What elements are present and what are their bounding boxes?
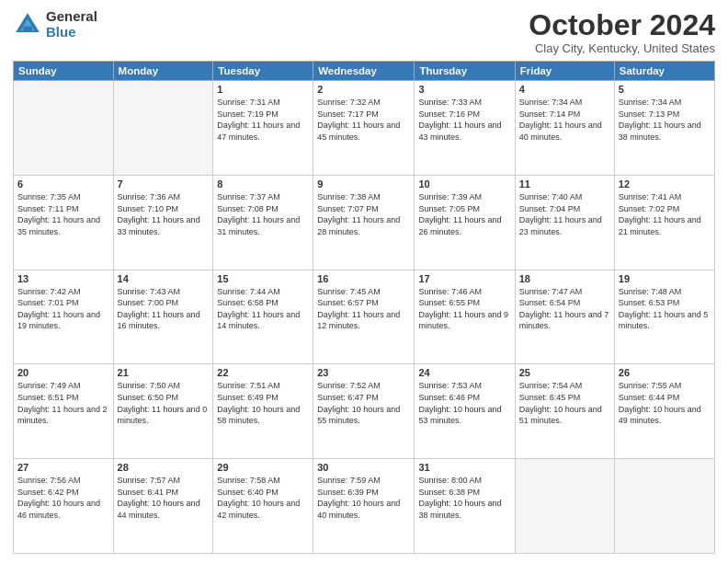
day-number: 7 bbox=[118, 178, 210, 190]
calendar-cell: 10Sunrise: 7:39 AM Sunset: 7:05 PM Dayli… bbox=[415, 175, 515, 270]
calendar-week-3: 20Sunrise: 7:49 AM Sunset: 6:51 PM Dayli… bbox=[14, 364, 715, 459]
day-number: 10 bbox=[418, 178, 510, 190]
calendar-cell: 24Sunrise: 7:53 AM Sunset: 6:46 PM Dayli… bbox=[415, 364, 515, 459]
calendar-cell bbox=[515, 459, 614, 554]
day-number: 21 bbox=[118, 367, 210, 378]
day-number: 18 bbox=[519, 273, 610, 284]
day-info: Sunrise: 7:52 AM Sunset: 6:47 PM Dayligh… bbox=[317, 380, 410, 426]
calendar-cell: 19Sunrise: 7:48 AM Sunset: 6:53 PM Dayli… bbox=[614, 270, 714, 364]
day-info: Sunrise: 7:39 AM Sunset: 7:05 PM Dayligh… bbox=[418, 191, 510, 237]
calendar-cell: 26Sunrise: 7:55 AM Sunset: 6:44 PM Dayli… bbox=[614, 364, 714, 459]
day-info: Sunrise: 7:38 AM Sunset: 7:07 PM Dayligh… bbox=[317, 191, 410, 237]
calendar-week-4: 27Sunrise: 7:56 AM Sunset: 6:42 PM Dayli… bbox=[14, 459, 715, 554]
calendar-week-2: 13Sunrise: 7:42 AM Sunset: 7:01 PM Dayli… bbox=[14, 270, 715, 364]
calendar-cell: 25Sunrise: 7:54 AM Sunset: 6:45 PM Dayli… bbox=[515, 364, 614, 459]
day-number: 14 bbox=[118, 273, 210, 284]
day-info: Sunrise: 7:34 AM Sunset: 7:13 PM Dayligh… bbox=[619, 97, 711, 143]
calendar-cell: 23Sunrise: 7:52 AM Sunset: 6:47 PM Dayli… bbox=[313, 364, 415, 459]
calendar-cell: 8Sunrise: 7:37 AM Sunset: 7:08 PM Daylig… bbox=[213, 175, 313, 270]
day-info: Sunrise: 7:51 AM Sunset: 6:49 PM Dayligh… bbox=[217, 380, 309, 426]
day-info: Sunrise: 7:57 AM Sunset: 6:41 PM Dayligh… bbox=[118, 475, 210, 521]
day-info: Sunrise: 7:46 AM Sunset: 6:55 PM Dayligh… bbox=[418, 286, 510, 332]
page: General Blue October 2024 Clay City, Ken… bbox=[0, 0, 728, 563]
day-info: Sunrise: 7:45 AM Sunset: 6:57 PM Dayligh… bbox=[317, 286, 410, 332]
day-info: Sunrise: 7:53 AM Sunset: 6:46 PM Dayligh… bbox=[418, 380, 510, 426]
day-number: 30 bbox=[317, 462, 410, 473]
day-number: 12 bbox=[619, 178, 711, 190]
day-number: 9 bbox=[317, 178, 410, 190]
calendar-cell: 1Sunrise: 7:31 AM Sunset: 7:19 PM Daylig… bbox=[213, 81, 313, 176]
calendar-cell: 5Sunrise: 7:34 AM Sunset: 7:13 PM Daylig… bbox=[614, 81, 714, 176]
calendar-week-0: 1Sunrise: 7:31 AM Sunset: 7:19 PM Daylig… bbox=[14, 81, 715, 176]
svg-rect-2 bbox=[23, 26, 32, 31]
day-number: 16 bbox=[317, 273, 410, 284]
calendar-table: Sunday Monday Tuesday Wednesday Thursday… bbox=[13, 61, 715, 554]
day-info: Sunrise: 7:49 AM Sunset: 6:51 PM Dayligh… bbox=[17, 380, 109, 426]
calendar-cell: 31Sunrise: 8:00 AM Sunset: 6:38 PM Dayli… bbox=[415, 459, 515, 554]
day-info: Sunrise: 7:58 AM Sunset: 6:40 PM Dayligh… bbox=[217, 475, 309, 521]
day-info: Sunrise: 7:48 AM Sunset: 6:53 PM Dayligh… bbox=[619, 286, 711, 332]
day-number: 11 bbox=[519, 178, 610, 190]
day-number: 1 bbox=[217, 84, 309, 95]
calendar-cell: 22Sunrise: 7:51 AM Sunset: 6:49 PM Dayli… bbox=[213, 364, 313, 459]
col-sunday: Sunday bbox=[14, 62, 114, 81]
day-number: 27 bbox=[17, 462, 109, 473]
day-info: Sunrise: 7:37 AM Sunset: 7:08 PM Dayligh… bbox=[217, 191, 309, 237]
logo-general-text: General bbox=[46, 9, 97, 25]
calendar-cell: 3Sunrise: 7:33 AM Sunset: 7:16 PM Daylig… bbox=[415, 81, 515, 176]
calendar-cell: 20Sunrise: 7:49 AM Sunset: 6:51 PM Dayli… bbox=[14, 364, 114, 459]
day-info: Sunrise: 7:43 AM Sunset: 7:00 PM Dayligh… bbox=[118, 286, 210, 332]
day-number: 20 bbox=[17, 367, 109, 378]
day-info: Sunrise: 7:56 AM Sunset: 6:42 PM Dayligh… bbox=[17, 475, 109, 521]
day-info: Sunrise: 8:00 AM Sunset: 6:38 PM Dayligh… bbox=[418, 475, 510, 521]
day-number: 5 bbox=[619, 84, 711, 95]
col-thursday: Thursday bbox=[415, 62, 515, 81]
day-info: Sunrise: 7:47 AM Sunset: 6:54 PM Dayligh… bbox=[519, 286, 610, 332]
col-saturday: Saturday bbox=[614, 62, 714, 81]
day-number: 2 bbox=[317, 84, 410, 95]
day-info: Sunrise: 7:41 AM Sunset: 7:02 PM Dayligh… bbox=[619, 191, 711, 237]
day-info: Sunrise: 7:42 AM Sunset: 7:01 PM Dayligh… bbox=[17, 286, 109, 332]
day-number: 25 bbox=[519, 367, 610, 378]
calendar-cell: 4Sunrise: 7:34 AM Sunset: 7:14 PM Daylig… bbox=[515, 81, 614, 176]
calendar-week-1: 6Sunrise: 7:35 AM Sunset: 7:11 PM Daylig… bbox=[14, 175, 715, 270]
calendar-cell: 14Sunrise: 7:43 AM Sunset: 7:00 PM Dayli… bbox=[113, 270, 213, 364]
header: General Blue October 2024 Clay City, Ken… bbox=[13, 9, 715, 55]
day-number: 19 bbox=[619, 273, 711, 284]
calendar-cell: 15Sunrise: 7:44 AM Sunset: 6:58 PM Dayli… bbox=[213, 270, 313, 364]
calendar-cell: 6Sunrise: 7:35 AM Sunset: 7:11 PM Daylig… bbox=[14, 175, 114, 270]
day-number: 23 bbox=[317, 367, 410, 378]
day-number: 6 bbox=[17, 178, 109, 190]
day-number: 4 bbox=[519, 84, 610, 95]
logo-icon bbox=[13, 10, 42, 40]
day-info: Sunrise: 7:36 AM Sunset: 7:10 PM Dayligh… bbox=[118, 191, 210, 237]
calendar-cell: 12Sunrise: 7:41 AM Sunset: 7:02 PM Dayli… bbox=[614, 175, 714, 270]
day-number: 29 bbox=[217, 462, 309, 473]
calendar-cell: 28Sunrise: 7:57 AM Sunset: 6:41 PM Dayli… bbox=[113, 459, 213, 554]
day-info: Sunrise: 7:33 AM Sunset: 7:16 PM Dayligh… bbox=[418, 97, 510, 143]
calendar-cell: 17Sunrise: 7:46 AM Sunset: 6:55 PM Dayli… bbox=[415, 270, 515, 364]
day-number: 26 bbox=[619, 367, 711, 378]
day-number: 13 bbox=[17, 273, 109, 284]
logo-blue-text: Blue bbox=[46, 25, 97, 40]
day-number: 24 bbox=[418, 367, 510, 378]
calendar-cell: 16Sunrise: 7:45 AM Sunset: 6:57 PM Dayli… bbox=[313, 270, 415, 364]
day-number: 8 bbox=[217, 178, 309, 190]
day-info: Sunrise: 7:34 AM Sunset: 7:14 PM Dayligh… bbox=[519, 97, 610, 143]
day-info: Sunrise: 7:31 AM Sunset: 7:19 PM Dayligh… bbox=[217, 97, 309, 143]
calendar-cell bbox=[614, 459, 714, 554]
calendar-cell: 27Sunrise: 7:56 AM Sunset: 6:42 PM Dayli… bbox=[14, 459, 114, 554]
calendar-cell: 11Sunrise: 7:40 AM Sunset: 7:04 PM Dayli… bbox=[515, 175, 614, 270]
calendar-cell bbox=[113, 81, 213, 176]
calendar-cell: 21Sunrise: 7:50 AM Sunset: 6:50 PM Dayli… bbox=[113, 364, 213, 459]
col-friday: Friday bbox=[515, 62, 614, 81]
calendar-cell: 18Sunrise: 7:47 AM Sunset: 6:54 PM Dayli… bbox=[515, 270, 614, 364]
title-month: October 2024 bbox=[529, 9, 715, 41]
calendar-cell: 7Sunrise: 7:36 AM Sunset: 7:10 PM Daylig… bbox=[113, 175, 213, 270]
calendar-cell: 29Sunrise: 7:58 AM Sunset: 6:40 PM Dayli… bbox=[213, 459, 313, 554]
logo: General Blue bbox=[13, 9, 97, 40]
day-info: Sunrise: 7:35 AM Sunset: 7:11 PM Dayligh… bbox=[17, 191, 109, 237]
day-info: Sunrise: 7:50 AM Sunset: 6:50 PM Dayligh… bbox=[118, 380, 210, 426]
day-info: Sunrise: 7:44 AM Sunset: 6:58 PM Dayligh… bbox=[217, 286, 309, 332]
day-info: Sunrise: 7:32 AM Sunset: 7:17 PM Dayligh… bbox=[317, 97, 410, 143]
